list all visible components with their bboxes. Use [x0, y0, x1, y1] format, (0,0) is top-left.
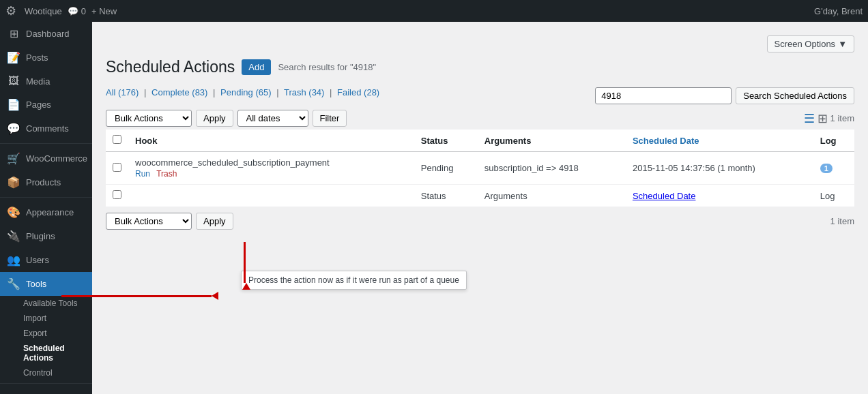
filter-tab-failed[interactable]: Failed (28)	[337, 87, 379, 97]
screen-options-button[interactable]: Screen Options ▼	[767, 35, 854, 52]
log-badge: 1	[820, 164, 833, 173]
empty-arguments-label: Arguments	[484, 191, 527, 201]
top-toolbar: Bulk Actions Apply All dates Filter ☰ ⊞ …	[106, 110, 854, 127]
row-checkbox[interactable]	[113, 163, 121, 172]
status-col-header: Status	[414, 130, 478, 152]
date-filter-select[interactable]: All dates	[237, 110, 308, 127]
sidebar-item-tools[interactable]: 🔧 Tools	[0, 272, 92, 296]
sidebar-item-products[interactable]: 📦 Products	[0, 170, 92, 194]
sidebar-item-label: Tools	[26, 279, 46, 289]
sidebar-item-label: Pages	[26, 100, 51, 110]
empty-status-label: Status	[421, 191, 446, 201]
filter-tab-trash[interactable]: Trash (34)	[284, 87, 324, 97]
bulk-actions-select-bottom[interactable]: Bulk Actions	[106, 213, 192, 230]
filter-button[interactable]: Filter	[313, 110, 347, 127]
top-bar: ⚙ Wootique 💬 0 + New G'day, Brent	[0, 0, 868, 22]
filter-tab-all[interactable]: All (176)	[106, 87, 139, 97]
select-all-checkbox[interactable]	[113, 135, 121, 144]
log-col-header: Log	[813, 130, 854, 152]
site-name[interactable]: Wootique	[25, 6, 62, 16]
trash-action-link[interactable]: Trash	[156, 169, 177, 179]
sidebar-item-plugins[interactable]: 🔌 Plugins	[0, 224, 92, 248]
arrow-head-left	[212, 292, 218, 300]
sidebar-item-comments[interactable]: 💬 Comments	[0, 117, 92, 140]
search-button[interactable]: Search Scheduled Actions	[736, 87, 854, 104]
user-greeting: G'day, Brent	[814, 6, 863, 16]
tools-icon: 🔧	[7, 277, 20, 290]
empty-scheduled-date-link[interactable]: Scheduled Date	[633, 191, 696, 201]
sidebar-item-label: Posts	[26, 52, 48, 63]
screen-options-bar: Screen Options ▼	[106, 35, 854, 52]
toolbar-right-top: ☰ ⊞ 1 item	[804, 111, 854, 126]
page-header: Scheduled Actions Add Search results for…	[106, 58, 854, 76]
sidebar-item-label: Appearance	[26, 207, 74, 217]
sidebar-sub-import[interactable]: Import	[0, 311, 92, 326]
new-content-button[interactable]: + New	[91, 6, 117, 16]
run-action-link[interactable]: Run	[135, 169, 150, 179]
search-results-text: Search results for "4918"	[278, 62, 376, 72]
sidebar-item-pages[interactable]: 📄 Pages	[0, 93, 92, 117]
arguments-cell: subscription_id => 4918	[478, 152, 626, 185]
sidebar-item-label: Users	[26, 255, 49, 265]
scheduled-date-cell: 2015-11-05 14:37:56 (1 month)	[626, 152, 813, 185]
table-wrapper: Hook Status Arguments Scheduled Date Log	[106, 130, 854, 207]
sidebar-item-posts[interactable]: 📝 Posts	[0, 46, 92, 70]
page-title: Scheduled Actions	[106, 58, 235, 76]
hook-name: woocommerce_scheduled_subscription_payme…	[135, 157, 330, 168]
wp-logo-icon: ⚙	[5, 3, 16, 18]
list-view-icon[interactable]: ☰	[804, 111, 815, 126]
scheduled-date-value: 2015-11-05 14:37:56 (1 month)	[633, 163, 755, 173]
comments-icon: 💬	[7, 122, 20, 135]
filter-search-row: Search Scheduled Actions All (176) | Com…	[106, 87, 854, 110]
pages-icon: 📄	[7, 98, 20, 111]
empty-row-checkbox[interactable]	[113, 190, 121, 199]
empty-log-cell: Log	[813, 185, 854, 207]
sidebar-sub-available-tools[interactable]: Available Tools	[0, 296, 92, 311]
plugins-icon: 🔌	[7, 230, 20, 243]
sidebar-item-woocommerce[interactable]: 🛒 WooCommerce	[0, 147, 92, 170]
sidebar-item-media[interactable]: 🖼 Media	[0, 70, 92, 93]
search-input[interactable]	[595, 87, 732, 104]
select-all-col	[106, 130, 128, 152]
bulk-actions-select-top[interactable]: Bulk Actions	[106, 110, 192, 127]
sidebar-item-label: Comments	[26, 123, 69, 134]
sidebar-item-appearance[interactable]: 🎨 Appearance	[0, 200, 92, 224]
sidebar-sub-export[interactable]: Export	[0, 326, 92, 341]
apply-button-top[interactable]: Apply	[196, 110, 233, 127]
users-icon: 👥	[7, 254, 20, 267]
bottom-toolbar: Bulk Actions Apply 1 item	[106, 213, 854, 230]
sidebar-item-settings[interactable]: ⚙ Settings	[0, 387, 92, 394]
sidebar-item-dashboard[interactable]: ⊞ Dashboard	[0, 22, 92, 46]
apply-button-bottom[interactable]: Apply	[196, 213, 233, 230]
table-row: woocommerce_scheduled_subscription_payme…	[106, 152, 854, 185]
empty-scheduled-date-cell: Scheduled Date	[626, 185, 813, 207]
filter-tab-pending[interactable]: Pending (65)	[220, 87, 271, 97]
products-icon: 📦	[7, 176, 20, 189]
sidebar-item-label: Media	[26, 76, 50, 87]
add-button[interactable]: Add	[242, 59, 271, 75]
sidebar-item-label: WooCommerce	[26, 153, 87, 164]
scheduled-date-sort-link[interactable]: Scheduled Date	[633, 136, 699, 146]
appearance-icon: 🎨	[7, 206, 20, 219]
scheduled-actions-table: Hook Status Arguments Scheduled Date Log	[106, 130, 854, 207]
empty-status-cell: Status	[414, 185, 478, 207]
sidebar-sub-scheduled-actions[interactable]: Scheduled Actions	[0, 341, 92, 365]
empty-hook-cell	[128, 185, 414, 207]
sidebar-item-label: Plugins	[26, 231, 55, 241]
hook-col-header: Hook	[128, 130, 414, 152]
filter-tab-complete[interactable]: Complete (83)	[151, 87, 207, 97]
posts-icon: 📝	[7, 51, 20, 64]
sidebar-sub-crontrol[interactable]: Crontrol	[0, 365, 92, 380]
main-content: Screen Options ▼ Scheduled Actions Add S…	[92, 22, 868, 394]
status-cell: Pending	[414, 152, 478, 185]
site-title: Wootique	[25, 6, 62, 16]
table-header-row: Hook Status Arguments Scheduled Date Log	[106, 130, 854, 152]
sidebar-item-users[interactable]: 👥 Users	[0, 248, 92, 272]
arguments-col-header: Arguments	[478, 130, 626, 152]
sidebar: ⊞ Dashboard 📝 Posts 🖼 Media 📄 Pages 💬 Co…	[0, 22, 92, 394]
run-tooltip: Process the action now as if it were run…	[241, 271, 467, 290]
notifications[interactable]: 💬 0	[68, 6, 86, 16]
sidebar-divider-3	[0, 383, 92, 384]
search-bar: Search Scheduled Actions	[595, 87, 854, 104]
grid-view-icon[interactable]: ⊞	[818, 111, 828, 126]
